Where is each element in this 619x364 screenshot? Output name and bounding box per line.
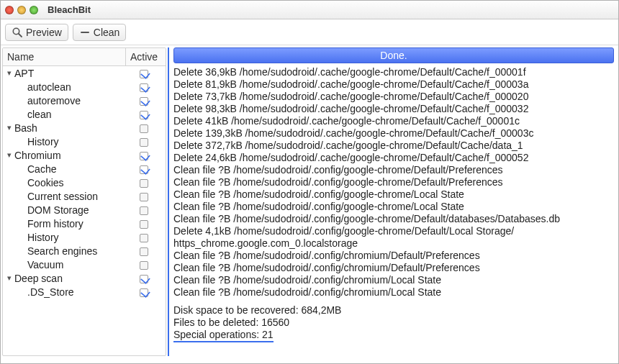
clean-label: Clean [94, 27, 120, 38]
tree-row-label: History [14, 232, 124, 243]
toolbar: Preview Clean [1, 19, 618, 45]
log-line: Delete 36,9kB /home/sudodroid/.cache/goo… [173, 66, 614, 78]
progress-bar: Done. [173, 47, 614, 63]
tree-row[interactable]: autoremove [3, 94, 166, 107]
active-checkbox[interactable] [124, 204, 164, 216]
tree-row[interactable]: Form history [3, 217, 166, 230]
tree-row-label: Vacuum [14, 259, 124, 270]
tree-row-label: Current session [14, 191, 124, 202]
tree-row[interactable]: DOM Storage [3, 203, 166, 217]
log-summary-line: Files to be deleted: 16560 [173, 317, 614, 329]
expander-icon[interactable]: ▾ [4, 273, 14, 283]
expander-icon[interactable]: ▾ [4, 68, 14, 78]
active-checkbox[interactable] [124, 150, 164, 161]
titlebar: BleachBit [1, 1, 618, 19]
progress-status: Done. [380, 50, 407, 61]
log-line: Delete 139,3kB /home/sudodroid/.cache/go… [173, 127, 614, 140]
log-line: Delete 4,1kB /home/sudodroid/.config/goo… [173, 225, 614, 237]
tree-row-label: .DS_Store [14, 286, 124, 298]
tree-row-label: Form history [14, 218, 124, 229]
tree-row-label: Search engines [14, 245, 124, 257]
log-output[interactable]: Delete 36,9kB /home/sudodroid/.cache/goo… [173, 66, 614, 356]
active-checkbox[interactable] [124, 163, 164, 175]
preview-label: Preview [26, 27, 62, 38]
active-checkbox[interactable] [124, 81, 164, 93]
close-icon[interactable] [5, 6, 14, 14]
tree-row-label: Deep scan [14, 273, 124, 284]
log-line: Clean file ?B /home/sudodroid/.config/go… [173, 188, 614, 201]
active-checkbox[interactable] [124, 286, 164, 298]
log-line: Delete 73,7kB /home/sudodroid/.cache/goo… [173, 91, 614, 103]
tree-row[interactable]: ▾Bash [3, 121, 166, 135]
log-summary-line: Special operations: 21 [173, 329, 614, 342]
svg-rect-2 [81, 32, 89, 33]
log-line: Delete 24,6kB /home/sudodroid/.cache/goo… [173, 152, 614, 164]
tree-row[interactable]: Vacuum [3, 258, 166, 271]
tree-row[interactable]: Current session [3, 189, 166, 203]
tree-row-label: autoremove [14, 95, 124, 106]
tree-row[interactable]: ▾Chromium [3, 148, 166, 162]
log-line: Clean file ?B /home/sudodroid/.config/go… [173, 201, 614, 213]
tree-row-label: Bash [14, 122, 124, 134]
maximize-icon[interactable] [30, 6, 38, 14]
log-line: Clean file ?B /home/sudodroid/.config/ch… [173, 286, 614, 299]
active-checkbox[interactable] [124, 95, 164, 106]
log-line: Delete 41kB /home/sudodroid/.cache/googl… [173, 115, 614, 127]
window-title: BleachBit [48, 4, 91, 15]
column-name[interactable]: Name [3, 48, 125, 65]
active-checkbox[interactable] [124, 136, 164, 147]
active-checkbox[interactable] [124, 218, 164, 229]
tree-row-label: Chromium [14, 150, 124, 161]
tree-row-label: History [14, 136, 124, 147]
svg-line-1 [19, 34, 22, 37]
active-checkbox[interactable] [124, 68, 164, 79]
log-line: Clean file ?B /home/sudodroid/.config/ch… [173, 274, 614, 286]
log-line: Delete 372,7kB /home/sudodroid/.cache/go… [173, 140, 614, 152]
pane-divider[interactable] [168, 47, 171, 356]
tree-row-label: DOM Storage [14, 204, 124, 216]
search-icon [12, 27, 23, 38]
log-line: Clean file ?B /home/sudodroid/.config/go… [173, 213, 614, 225]
tree-row-label: Cookies [14, 177, 124, 188]
tree-row[interactable]: ▾APT [3, 66, 166, 80]
active-checkbox[interactable] [124, 177, 164, 188]
active-checkbox[interactable] [124, 109, 164, 120]
log-line: Clean file ?B /home/sudodroid/.config/ch… [173, 262, 614, 274]
tree-row-label: clean [14, 109, 124, 120]
active-checkbox[interactable] [124, 273, 164, 284]
tree-row[interactable]: clean [3, 107, 166, 121]
tree-row[interactable]: History [3, 135, 166, 148]
expander-icon[interactable]: ▾ [4, 123, 14, 132]
expander-icon[interactable]: ▾ [4, 150, 14, 160]
column-active[interactable]: Active [125, 48, 166, 65]
active-checkbox[interactable] [124, 191, 164, 202]
log-line: https_chrome.google.com_0.localstorage [173, 237, 614, 250]
tree-row[interactable]: Cookies [3, 176, 166, 189]
tree-row-label: Cache [14, 163, 124, 175]
active-checkbox[interactable] [124, 122, 164, 134]
cleaner-tree: Name Active ▾APTautocleanautoremoveclean… [2, 47, 166, 356]
tree-row[interactable]: ▾Deep scan [3, 271, 166, 285]
preview-button[interactable]: Preview [5, 24, 68, 41]
minimize-icon[interactable] [17, 6, 26, 14]
active-checkbox[interactable] [124, 259, 164, 270]
log-line: Delete 81,9kB /home/sudodroid/.cache/goo… [173, 78, 614, 91]
tree-row[interactable]: .DS_Store [3, 285, 166, 299]
log-summary-line: Disk space to be recovered: 684,2MB [173, 304, 614, 317]
log-line: Clean file ?B /home/sudodroid/.config/go… [173, 176, 614, 188]
log-panel: Done. Delete 36,9kB /home/sudodroid/.cac… [173, 47, 614, 356]
tree-row[interactable]: autoclean [3, 80, 166, 94]
minus-icon [79, 27, 91, 38]
log-line: Delete 98,3kB /home/sudodroid/.cache/goo… [173, 103, 614, 115]
clean-button[interactable]: Clean [73, 24, 127, 41]
tree-row-label: autoclean [14, 81, 124, 93]
log-line: Clean file ?B /home/sudodroid/.config/go… [173, 164, 614, 176]
tree-row[interactable]: History [3, 230, 166, 244]
active-checkbox[interactable] [124, 245, 164, 257]
log-line: Clean file ?B /home/sudodroid/.config/ch… [173, 250, 614, 262]
tree-row[interactable]: Search engines [3, 244, 166, 258]
active-checkbox[interactable] [124, 232, 164, 243]
tree-row-label: APT [14, 68, 124, 79]
tree-row[interactable]: Cache [3, 162, 166, 176]
